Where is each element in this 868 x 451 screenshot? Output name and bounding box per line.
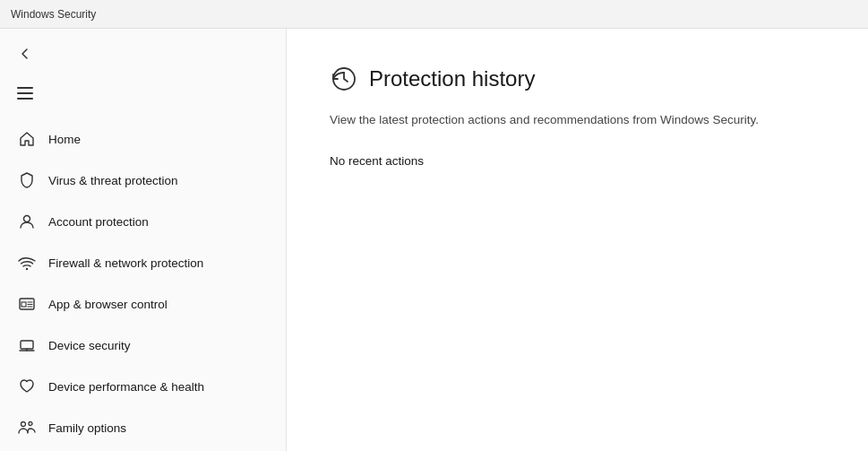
sidebar: Home Virus & threat protection Account p…: [0, 29, 287, 451]
home-icon: [18, 130, 36, 148]
hamburger-icon: [17, 87, 33, 100]
sidebar-item-appbrowser[interactable]: App & browser control: [4, 284, 282, 324]
sidebar-item-family[interactable]: Family options: [4, 408, 282, 447]
main-content: Protection history View the latest prote…: [287, 29, 868, 451]
family-icon: [18, 419, 36, 437]
back-icon: [18, 47, 32, 61]
hamburger-button[interactable]: [7, 75, 43, 111]
page-description: View the latest protection actions and r…: [330, 111, 825, 129]
svg-point-9: [21, 422, 26, 427]
heart-icon: [18, 377, 36, 395]
sidebar-item-home[interactable]: Home: [4, 119, 282, 159]
sidebar-item-devicesecurity-label: Device security: [48, 339, 131, 352]
sidebar-item-devicehealth[interactable]: Device performance & health: [4, 367, 282, 406]
device-icon: [18, 336, 36, 354]
page-title: Protection history: [369, 66, 535, 91]
title-bar: Windows Security: [0, 0, 868, 29]
sidebar-item-firewall-label: Firewall & network protection: [48, 256, 203, 270]
page-header: Protection history: [330, 65, 825, 93]
sidebar-item-account[interactable]: Account protection: [4, 202, 282, 241]
svg-point-0: [24, 216, 30, 222]
sidebar-item-family-label: Family options: [48, 421, 126, 435]
sidebar-item-devicehealth-label: Device performance & health: [48, 380, 204, 394]
sidebar-item-virus[interactable]: Virus & threat protection: [4, 160, 282, 200]
back-button[interactable]: [7, 36, 43, 72]
svg-point-1: [26, 268, 28, 270]
svg-rect-7: [21, 341, 33, 349]
sidebar-item-devicesecurity[interactable]: Device security: [4, 325, 282, 365]
sidebar-item-firewall[interactable]: Firewall & network protection: [4, 243, 282, 282]
appbrowser-icon: [18, 295, 36, 313]
svg-point-10: [29, 422, 32, 426]
sidebar-item-home-label: Home: [48, 133, 81, 146]
svg-rect-3: [21, 302, 26, 307]
shield-icon: [18, 171, 36, 189]
no-actions-text: No recent actions: [330, 154, 825, 168]
app-title: Windows Security: [11, 8, 96, 21]
person-icon: [18, 212, 36, 230]
app-container: Home Virus & threat protection Account p…: [0, 29, 868, 451]
wifi-icon: [18, 254, 36, 272]
sidebar-item-virus-label: Virus & threat protection: [48, 174, 178, 187]
sidebar-item-account-label: Account protection: [48, 215, 149, 229]
history-icon: [330, 65, 358, 93]
sidebar-item-appbrowser-label: App & browser control: [48, 298, 168, 311]
